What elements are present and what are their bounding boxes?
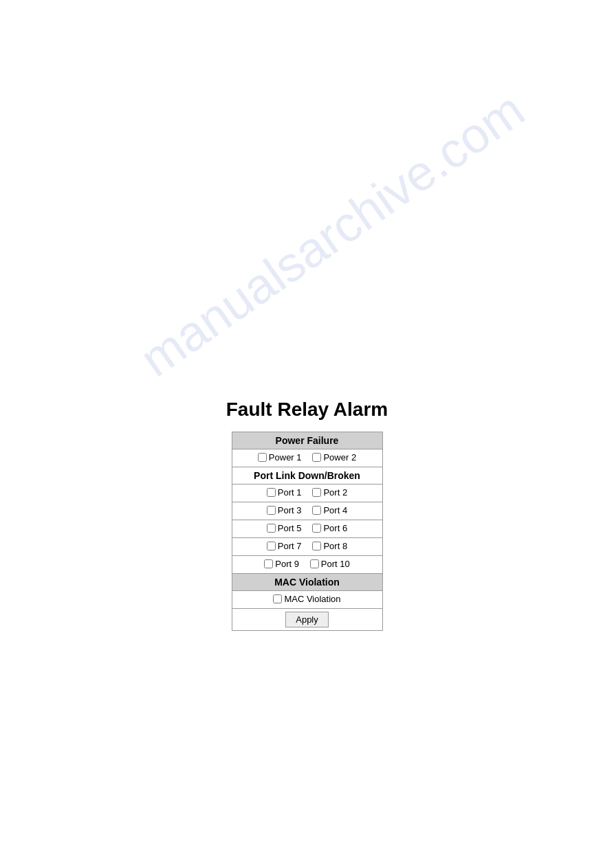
port4-checkbox[interactable] <box>312 506 321 515</box>
mac-violation-checkbox[interactable] <box>273 594 282 603</box>
port3-label[interactable]: Port 3 <box>267 505 302 515</box>
port-link-header: Port Link Down/Broken <box>232 467 382 485</box>
port-row-7-8: Port 7 Port 8 <box>232 538 382 556</box>
port10-checkbox[interactable] <box>310 559 319 568</box>
port-row-9-10: Port 9 Port 10 <box>232 556 382 574</box>
port6-checkbox[interactable] <box>312 524 321 533</box>
port7-checkbox[interactable] <box>267 542 276 550</box>
mac-violation-header: MAC Violation <box>232 574 382 591</box>
power-failure-header: Power Failure <box>232 432 382 449</box>
port8-checkbox[interactable] <box>312 542 321 550</box>
mac-violation-row: MAC Violation <box>232 591 382 609</box>
port2-label[interactable]: Port 2 <box>312 487 347 498</box>
port1-label[interactable]: Port 1 <box>267 487 302 498</box>
apply-button[interactable]: Apply <box>285 612 329 627</box>
port9-checkbox[interactable] <box>264 559 273 568</box>
power1-label[interactable]: Power 1 <box>258 452 302 463</box>
port3-checkbox[interactable] <box>267 506 276 515</box>
port4-label[interactable]: Port 4 <box>312 505 347 515</box>
port7-label[interactable]: Port 7 <box>267 541 302 551</box>
fault-relay-table: Power Failure Power 1 Power 2 Port Link … <box>232 432 383 631</box>
port9-label[interactable]: Port 9 <box>264 559 299 569</box>
apply-row: Apply <box>232 609 382 631</box>
port5-checkbox[interactable] <box>267 524 276 533</box>
port-row-3-4: Port 3 Port 4 <box>232 502 382 520</box>
port5-label[interactable]: Port 5 <box>267 523 302 533</box>
page-title: Fault Relay Alarm <box>226 399 388 421</box>
power2-label[interactable]: Power 2 <box>312 452 356 463</box>
port10-label[interactable]: Port 10 <box>310 559 350 569</box>
power2-checkbox[interactable] <box>312 453 321 462</box>
port-row-1-2: Port 1 Port 2 <box>232 485 382 502</box>
port8-label[interactable]: Port 8 <box>312 541 347 551</box>
power1-checkbox[interactable] <box>258 453 267 462</box>
port6-label[interactable]: Port 6 <box>312 523 347 533</box>
port1-checkbox[interactable] <box>267 488 276 497</box>
port2-checkbox[interactable] <box>312 488 321 497</box>
mac-violation-label[interactable]: MAC Violation <box>273 594 340 604</box>
port-row-5-6: Port 5 Port 6 <box>232 520 382 538</box>
power-failure-row: Power 1 Power 2 <box>232 449 382 467</box>
